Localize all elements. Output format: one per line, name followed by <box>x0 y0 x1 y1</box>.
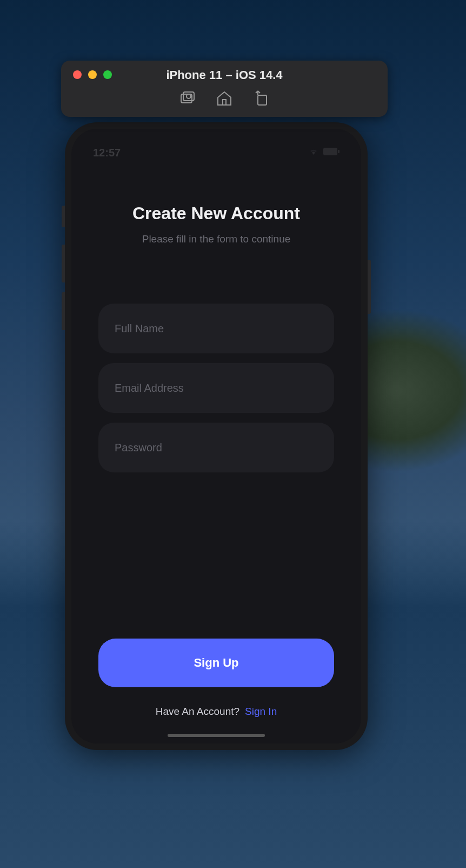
full-name-input[interactable] <box>98 304 334 353</box>
svg-rect-5 <box>323 148 337 155</box>
simulator-toolbar <box>61 90 388 107</box>
status-bar: 12:57 <box>71 142 361 163</box>
status-indicators <box>308 147 339 158</box>
signin-row: Have An Account? Sign In <box>98 706 334 718</box>
phone-volume-down[interactable] <box>62 292 65 330</box>
signup-button[interactable]: Sign Up <box>98 639 334 687</box>
app-content: Create New Account Please fill in the fo… <box>71 194 361 744</box>
screenshot-icon[interactable] <box>179 90 196 107</box>
home-icon[interactable] <box>216 90 233 107</box>
svg-rect-6 <box>338 150 339 153</box>
simulator-title: iPhone 11 – iOS 14.4 <box>61 68 388 82</box>
simulator-window: iPhone 11 – iOS 14.4 <box>61 61 388 117</box>
phone-power-button[interactable] <box>368 260 371 314</box>
rotate-icon[interactable] <box>252 90 270 107</box>
bottom-section: Sign Up Have An Account? Sign In <box>98 639 334 718</box>
status-time: 12:57 <box>93 147 121 159</box>
signup-form <box>98 304 334 472</box>
page-subtitle: Please fill in the form to continue <box>98 233 334 245</box>
svg-rect-3 <box>223 100 226 105</box>
wifi-icon <box>308 147 319 158</box>
signin-link[interactable]: Sign In <box>245 706 277 718</box>
phone-mute-switch[interactable] <box>62 206 65 227</box>
svg-point-2 <box>187 94 191 98</box>
svg-rect-4 <box>258 95 267 105</box>
password-input[interactable] <box>98 423 334 472</box>
phone-volume-up[interactable] <box>62 245 65 282</box>
home-indicator[interactable] <box>168 734 265 737</box>
battery-icon <box>323 148 339 157</box>
signin-prompt: Have An Account? <box>156 706 239 718</box>
phone-screen: 12:57 Create New Account Please <box>71 129 361 744</box>
page-title: Create New Account <box>98 203 334 223</box>
phone-frame: 12:57 Create New Account Please <box>65 122 368 750</box>
email-input[interactable] <box>98 363 334 413</box>
